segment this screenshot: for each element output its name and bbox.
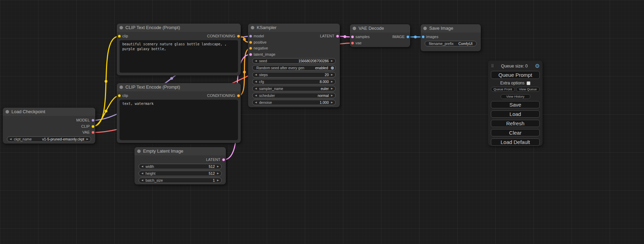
increment-arrow-icon[interactable]: ▶ xyxy=(331,93,333,98)
load-default-button[interactable]: Load Default xyxy=(491,138,540,146)
collapse-dot-icon[interactable] xyxy=(251,26,254,29)
settings-gear-icon[interactable]: ⚙ xyxy=(535,63,540,69)
node-title-bar[interactable]: Load Checkpoint xyxy=(3,108,95,116)
widget-value: 512 xyxy=(209,164,215,169)
node-title-bar[interactable]: Save Image xyxy=(421,24,481,33)
node-empty-latent-image[interactable]: Empty Latent ImageLATENT◀width512▶◀heigh… xyxy=(134,147,226,184)
output-slot-vae[interactable] xyxy=(91,131,95,134)
input-slot-latent-image[interactable] xyxy=(249,53,252,56)
widget-denoise[interactable]: ◀denoise1.000▶ xyxy=(252,100,336,105)
node-save-image[interactable]: Save Imageimagesfilename_prefixComfyUI xyxy=(421,24,481,51)
widget-value: ComfyUI xyxy=(458,41,473,46)
node-title-bar[interactable]: CLIP Text Encode (Prompt) xyxy=(117,24,241,32)
output-slot-image[interactable] xyxy=(406,35,409,38)
slot-row: latent_image xyxy=(248,52,340,58)
widget-filename-prefix[interactable]: filename_prefixComfyUI xyxy=(425,41,477,46)
view-queue-button[interactable]: View Queue xyxy=(516,87,540,92)
queue-prompt-button[interactable]: Queue Prompt xyxy=(491,71,540,79)
increment-arrow-icon[interactable]: ▶ xyxy=(87,137,88,142)
decrement-arrow-icon[interactable]: ◀ xyxy=(141,171,143,176)
increment-arrow-icon[interactable]: ▶ xyxy=(331,72,333,77)
output-slot-model[interactable] xyxy=(91,119,95,122)
output-slot-latent[interactable] xyxy=(336,35,339,38)
widget-steps[interactable]: ◀steps20▶ xyxy=(252,72,336,78)
widget-label: Random seed after every gen xyxy=(256,65,304,70)
collapse-dot-icon[interactable] xyxy=(137,150,141,153)
input-slot-images[interactable] xyxy=(422,35,425,38)
node-graph-canvas[interactable]: Load CheckpointMODELCLIPVAE◀ckpt_namev1-… xyxy=(0,0,644,244)
extra-options-checkbox[interactable] xyxy=(527,81,530,85)
decrement-arrow-icon[interactable]: ◀ xyxy=(141,164,143,169)
collapse-dot-icon[interactable] xyxy=(120,85,123,89)
node-clip-text-encode-positive[interactable]: CLIP Text Encode (Prompt)clipCONDITIONIN… xyxy=(117,24,241,75)
view-history-button[interactable]: View History xyxy=(501,94,530,99)
input-slot-samples[interactable] xyxy=(351,35,354,38)
slot-row: clipCONDITIONING xyxy=(117,93,241,99)
node-title-bar[interactable]: Empty Latent Image xyxy=(134,147,226,155)
decrement-arrow-icon[interactable]: ◀ xyxy=(255,93,257,98)
widget-label: sampler_name xyxy=(259,86,283,91)
decrement-arrow-icon[interactable]: ◀ xyxy=(10,137,11,142)
load-button[interactable]: Load xyxy=(491,110,540,118)
decrement-arrow-icon[interactable]: ◀ xyxy=(255,72,257,77)
decrement-arrow-icon[interactable]: ◀ xyxy=(255,100,257,105)
node-title-bar[interactable]: KSampler xyxy=(248,24,340,32)
input-slot-positive[interactable] xyxy=(249,41,252,44)
widget-sampler-name[interactable]: ◀sampler_nameeuler▶ xyxy=(252,86,336,91)
input-slot-negative[interactable] xyxy=(249,47,252,50)
decrement-arrow-icon[interactable]: ◀ xyxy=(255,79,257,84)
collapse-dot-icon[interactable] xyxy=(120,26,123,29)
widget-batch-size[interactable]: ◀batch_size1▶ xyxy=(139,178,222,183)
widget-label: ckpt_name xyxy=(14,137,32,142)
node-vae-decode[interactable]: VAE DecodesamplesIMAGEvae xyxy=(350,24,410,47)
collapse-dot-icon[interactable] xyxy=(423,27,427,30)
increment-arrow-icon[interactable]: ▶ xyxy=(217,164,219,169)
slot-row: positive xyxy=(248,39,340,46)
output-slot-conditioning[interactable] xyxy=(237,35,240,38)
decrement-arrow-icon[interactable]: ◀ xyxy=(141,178,143,183)
increment-arrow-icon[interactable]: ▶ xyxy=(331,100,333,105)
prompt-textarea[interactable]: text, watermark xyxy=(120,100,238,141)
output-slot-label: CONDITIONING xyxy=(207,33,235,39)
node-load-checkpoint[interactable]: Load CheckpointMODELCLIPVAE◀ckpt_namev1-… xyxy=(3,108,95,144)
decrement-arrow-icon[interactable]: ◀ xyxy=(255,58,257,63)
increment-arrow-icon[interactable]: ▶ xyxy=(217,178,219,183)
widget-width[interactable]: ◀width512▶ xyxy=(139,164,222,169)
widget-random-seed-after-every-gen[interactable]: Random seed after every genenabled xyxy=(252,65,336,71)
increment-arrow-icon[interactable]: ▶ xyxy=(331,86,333,91)
widget-ckpt-name[interactable]: ◀ckpt_namev1-5-pruned-emaonly.ckpt▶ xyxy=(7,136,91,142)
toggle-dot[interactable] xyxy=(331,66,334,70)
refresh-button[interactable]: Refresh xyxy=(491,120,540,127)
save-button[interactable]: Save xyxy=(491,101,540,108)
node-clip-text-encode-negative[interactable]: CLIP Text Encode (Prompt)clipCONDITIONIN… xyxy=(117,83,241,143)
node-title: Empty Latent Image xyxy=(143,147,183,155)
widget-scheduler[interactable]: ◀schedulernormal▶ xyxy=(252,93,336,98)
decrement-arrow-icon[interactable]: ◀ xyxy=(255,86,257,91)
node-title-bar[interactable]: CLIP Text Encode (Prompt) xyxy=(117,83,241,91)
input-slot-clip[interactable] xyxy=(118,35,121,38)
input-slot-clip[interactable] xyxy=(118,94,121,97)
queue-front-button[interactable]: Queue Front xyxy=(491,87,515,92)
output-slot-clip[interactable] xyxy=(91,125,95,128)
collapse-dot-icon[interactable] xyxy=(353,27,356,30)
node-ksampler[interactable]: KSamplermodelLATENTpositivenegativelaten… xyxy=(248,24,340,107)
output-slot-conditioning[interactable] xyxy=(237,94,240,97)
output-slot-label: CONDITIONING xyxy=(207,93,235,99)
node-title-bar[interactable]: VAE Decode xyxy=(350,24,410,33)
prompt-textarea[interactable]: beautiful scenery nature glass bottle la… xyxy=(120,40,238,73)
drag-handle-icon[interactable]: ⠿ xyxy=(491,64,494,69)
widget-height[interactable]: ◀height512▶ xyxy=(139,171,222,176)
widget-label: scheduler xyxy=(259,93,275,98)
increment-arrow-icon[interactable]: ▶ xyxy=(331,58,333,63)
increment-arrow-icon[interactable]: ▶ xyxy=(331,79,333,84)
widget-label: cfg xyxy=(259,79,264,84)
slot-row: CLIP xyxy=(3,124,95,130)
output-slot-latent[interactable] xyxy=(222,158,225,161)
input-slot-vae[interactable] xyxy=(351,42,354,45)
increment-arrow-icon[interactable]: ▶ xyxy=(217,171,219,176)
input-slot-model[interactable] xyxy=(249,35,252,38)
widget-seed[interactable]: ◀seed156680208700286▶ xyxy=(252,58,336,64)
collapse-dot-icon[interactable] xyxy=(6,110,9,114)
widget-cfg[interactable]: ◀cfg8.000▶ xyxy=(252,79,336,84)
clear-button[interactable]: Clear xyxy=(491,129,540,136)
